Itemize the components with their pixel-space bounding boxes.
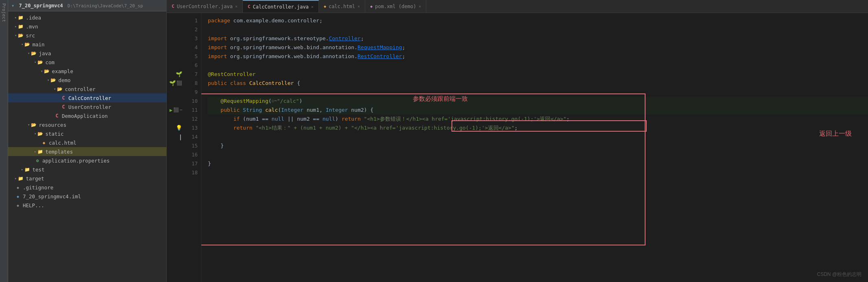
gutter-row-2	[167, 25, 183, 34]
java-file-icon: C	[54, 113, 60, 119]
code-line-9	[208, 88, 868, 97]
code-line-6	[208, 61, 868, 70]
spring-icon: 🌱	[176, 70, 182, 79]
tree-item-src[interactable]: src	[8, 31, 166, 40]
arrow-icon	[47, 78, 49, 82]
tab-UserController[interactable]: C UserController.java ✕	[167, 0, 243, 13]
code-line-3: import org.springframework.stereotype.Co…	[208, 34, 868, 43]
gutter-row-6	[167, 61, 183, 70]
run-icon: ▶	[170, 106, 172, 115]
tree-item-idea[interactable]: .idea	[8, 13, 166, 22]
gutter-row-8: 🌱 ⬛	[167, 79, 183, 88]
tab-bar[interactable]: C UserController.java ✕ C CalcController…	[167, 0, 868, 13]
tree-item-CalcController[interactable]: C CalcController	[8, 93, 166, 102]
tree-item-iml[interactable]: ◆ 7_20_springmvc4.iml	[8, 192, 166, 201]
tree-item-controller[interactable]: controller	[8, 85, 166, 93]
code-content-area[interactable]: package com.example.demo.controller; imp…	[201, 13, 868, 282]
java-tab-icon: C	[172, 4, 174, 9]
gutter-row-10	[167, 97, 183, 106]
tree-item-main[interactable]: main	[8, 40, 166, 49]
tab-close-icon[interactable]: ✕	[358, 4, 360, 9]
arrow-icon	[15, 33, 17, 37]
java-file-icon: C	[60, 104, 67, 110]
code-line-16	[208, 150, 868, 159]
tree-item-calc-html[interactable]: ◆ calc.html	[8, 138, 166, 147]
folder-icon	[50, 77, 57, 83]
code-line-10: @RequestMapping(☉~"/calc")	[208, 97, 868, 106]
tab-close-icon[interactable]: ✕	[235, 4, 238, 9]
arrow-icon	[34, 60, 36, 64]
code-line-11: public String calc(Integer num1, Integer…	[208, 106, 868, 115]
code-line-12: if (num1 == null || num2 == null) return…	[208, 115, 868, 124]
tree-item-UserController[interactable]: C UserController	[8, 102, 166, 111]
editor-gutter: 🌱 🌱 ⬛ ▶ ⬛ ─ 💡 |	[167, 13, 183, 282]
tree-item-DemoApplication[interactable]: C DemoApplication	[8, 111, 166, 120]
folder-icon	[24, 41, 31, 48]
tree-item-help[interactable]: ◆ HELP...	[8, 201, 166, 210]
folder-icon	[24, 166, 31, 173]
gutter-row-12	[167, 115, 183, 124]
folder-icon	[17, 32, 24, 39]
tree-item-app-props[interactable]: ⚙ application.properties	[8, 156, 166, 165]
tree-item-com[interactable]: com	[8, 58, 166, 67]
side-panel: Project	[0, 0, 8, 282]
gutter-row-16	[167, 150, 183, 159]
folder-icon	[17, 175, 24, 182]
tree-item-gitignore[interactable]: ◆ .gitignore	[8, 183, 166, 192]
arrow-icon	[21, 42, 23, 46]
line-numbers: 1 2 3 4 5 6 7 8 9 10 11 12 13 14 15 16 1…	[183, 13, 201, 282]
arrow-icon	[34, 150, 36, 154]
code-line-4: import org.springframework.web.bind.anno…	[208, 43, 868, 52]
code-line-14	[208, 132, 868, 141]
tree-item-mvn[interactable]: .mvn	[8, 22, 166, 31]
gutter-row-17	[167, 159, 183, 168]
arrow-icon	[21, 167, 23, 171]
xml-tab-icon: ◆	[370, 4, 373, 9]
tree-item-templates[interactable]: templates	[8, 147, 166, 156]
folder-icon	[57, 86, 63, 92]
gutter-row-7: 🌱	[167, 70, 183, 79]
tab-CalcController[interactable]: C CalcController.java ✕	[243, 0, 319, 13]
gutter-row-18	[167, 168, 183, 177]
folder-icon	[31, 50, 37, 56]
gutter-row-14: |	[167, 132, 183, 141]
code-line-13: return "<h1>结果：" + (num1 + num2) + "</h1…	[208, 124, 868, 132]
gutter-row-15	[167, 141, 183, 150]
folder-icon	[37, 148, 44, 155]
tab-close-icon[interactable]: ✕	[311, 4, 314, 9]
project-label: ▾ 7_20_springmvc4 D:\Training\JavaCode\7…	[11, 3, 143, 9]
project-sidebar: ▾ 7_20_springmvc4 D:\Training\JavaCode\7…	[8, 0, 167, 282]
tab-calc-html[interactable]: ◆ calc.html ✕	[319, 0, 365, 13]
spring-icon: 🌱	[169, 79, 176, 88]
tree-item-example[interactable]: example	[8, 67, 166, 76]
code-editor[interactable]: 🌱 🌱 ⬛ ▶ ⬛ ─ 💡 |	[167, 13, 868, 282]
cursor-indicator: |	[179, 132, 182, 141]
gutter-row-13: 💡	[167, 124, 183, 132]
html-tab-icon: ◆	[324, 4, 326, 9]
file-tree[interactable]: .idea .mvn src main java	[8, 11, 166, 282]
tree-item-java[interactable]: java	[8, 49, 166, 58]
java-file-icon: C	[60, 95, 67, 101]
folder-icon	[37, 130, 44, 137]
java-tab-icon: C	[248, 4, 251, 9]
lightbulb-icon: 💡	[176, 124, 182, 132]
tree-item-resources[interactable]: resources	[8, 120, 166, 129]
gutter-row-5	[167, 52, 183, 61]
code-line-1: package com.example.demo.controller;	[208, 16, 868, 25]
tab-close-icon[interactable]: ✕	[419, 4, 421, 9]
gutter-row-4	[167, 43, 183, 52]
props-file-icon: ⚙	[34, 157, 41, 164]
tree-item-static[interactable]: static	[8, 129, 166, 138]
folder-icon	[44, 68, 50, 74]
iml-file-icon: ◆	[15, 193, 21, 200]
sidebar-header: ▾ 7_20_springmvc4 D:\Training\JavaCode\7…	[8, 0, 166, 11]
tree-item-target[interactable]: target	[8, 174, 166, 183]
gutter-row-1	[167, 16, 183, 25]
tree-item-test[interactable]: test	[8, 165, 166, 174]
arrow-icon	[28, 123, 30, 127]
arrow-icon	[15, 15, 17, 20]
tree-item-demo[interactable]: demo	[8, 76, 166, 85]
tab-pom-xml[interactable]: ◆ pom.xml (demo) ✕	[365, 0, 426, 13]
editor-main: C UserController.java ✕ C CalcController…	[167, 0, 868, 282]
arrow-icon	[15, 176, 17, 180]
